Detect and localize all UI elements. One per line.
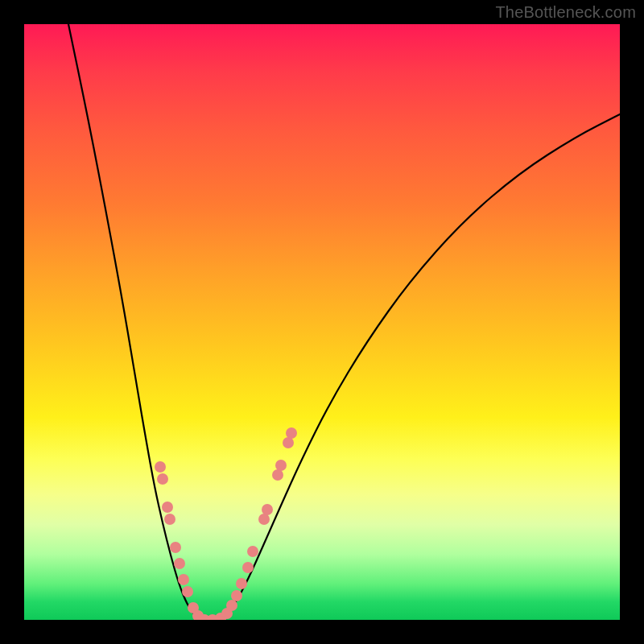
data-marker <box>182 586 193 597</box>
data-marker <box>155 461 166 473</box>
data-marker <box>262 504 273 515</box>
data-marker <box>247 546 258 557</box>
curve-svg <box>24 24 620 620</box>
data-marker <box>275 460 287 471</box>
data-marker <box>231 590 242 601</box>
plot-area <box>24 24 620 620</box>
data-marker <box>162 502 173 513</box>
data-marker <box>157 473 168 485</box>
data-marker <box>170 542 181 553</box>
data-marker <box>272 469 283 481</box>
watermark-text: TheBottleneck.com <box>495 3 636 22</box>
data-marker <box>242 562 254 573</box>
marker-group <box>155 427 297 620</box>
data-marker <box>236 578 247 589</box>
curve-left-branch <box>68 24 201 620</box>
data-marker <box>164 514 175 525</box>
data-marker <box>258 514 270 525</box>
chart-frame: TheBottleneck.com <box>0 0 644 644</box>
data-marker <box>226 600 237 611</box>
data-marker <box>286 427 297 439</box>
data-marker <box>283 437 294 448</box>
curve-right-branch <box>217 114 620 620</box>
data-marker <box>174 558 185 569</box>
data-marker <box>178 574 189 585</box>
